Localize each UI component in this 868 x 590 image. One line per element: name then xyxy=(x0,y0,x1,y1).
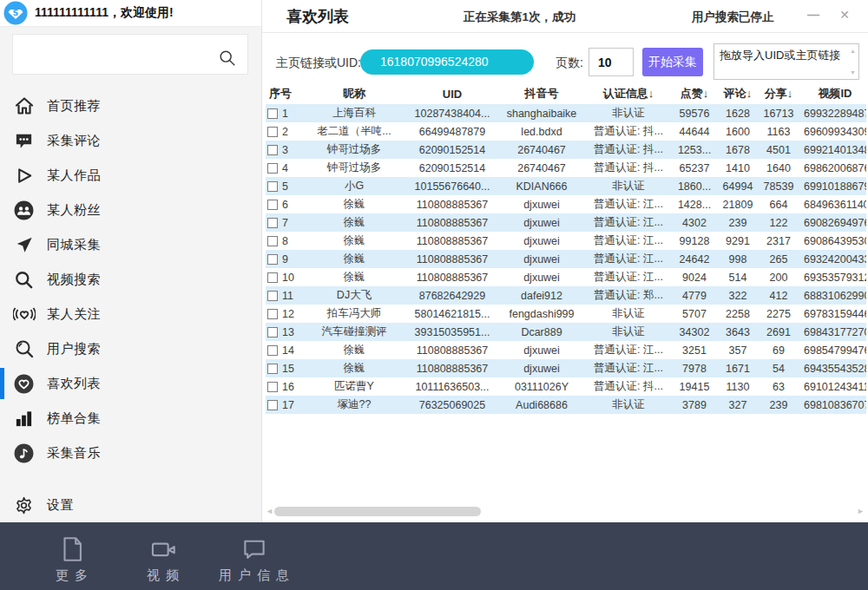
camera-icon xyxy=(148,534,178,564)
row-checkbox[interactable] xyxy=(267,309,278,319)
cell-douyin_id: djxuwei xyxy=(498,235,585,247)
cell-likes: 1428... xyxy=(672,199,717,211)
start-collect-button[interactable]: 开始采集 xyxy=(642,48,703,76)
cell-seq-text: 15 xyxy=(282,363,294,375)
cell-comments: 239 xyxy=(717,217,759,229)
row-checkbox[interactable] xyxy=(267,364,278,374)
sidebar-item-10[interactable]: 采集音乐 xyxy=(0,436,261,470)
cell-shares: 1640 xyxy=(759,162,799,174)
search-input[interactable] xyxy=(13,35,247,74)
scrollbar-thumb[interactable] xyxy=(274,507,481,516)
cell-cert: 非认证 xyxy=(585,106,672,121)
user-search-icon xyxy=(12,338,36,361)
sidebar-item-8[interactable]: 喜欢列表 xyxy=(0,366,261,401)
cell-shares: 54 xyxy=(759,363,799,375)
column-header-4[interactable]: 认证信息↓ xyxy=(585,86,672,102)
table-row[interactable]: 16匹诺曹Y10111636503...03111026Y普通认证: 抖...1… xyxy=(266,377,866,396)
cell-nickname: 塚迪?? xyxy=(302,397,406,412)
table-row[interactable]: 17塚迪??76325069025Audi68686非认证37893272396… xyxy=(266,396,866,414)
row-checkbox[interactable] xyxy=(267,218,278,228)
cell-seq: 11 xyxy=(266,290,302,302)
table-row[interactable]: 4钟哥过场多6209015251426740467普通认证: 抖...65237… xyxy=(266,159,866,177)
table-row[interactable]: 13汽车碰撞测评39315035951...Dcar889非认证34302364… xyxy=(266,323,866,341)
sidebar-item-4[interactable]: 同城采集 xyxy=(0,227,261,262)
row-checkbox[interactable] xyxy=(267,200,278,210)
sidebar-item-7[interactable]: 用户搜索 xyxy=(0,331,261,366)
main-header: 喜欢列表 正在采集第1次，成功 用户搜索已停止 — ✕ xyxy=(262,0,868,33)
sidebar-item-settings[interactable]: 设置 xyxy=(0,488,261,522)
table-row[interactable]: 11DJ大飞87682642929dafei912普通认证: 郑...47793… xyxy=(266,286,866,305)
search-icon[interactable] xyxy=(218,49,237,68)
cell-comments: 2258 xyxy=(717,308,759,320)
cell-douyin_id: 26740467 xyxy=(498,162,585,174)
table-row[interactable]: 7徐巍110808885367djxuwei普通认证: 江...43022391… xyxy=(266,213,866,232)
scroll-right-icon[interactable]: ► xyxy=(857,508,865,515)
cell-comments: 1600 xyxy=(717,126,759,138)
row-checkbox[interactable] xyxy=(267,254,278,265)
sidebar-item-0[interactable]: 首页推荐 xyxy=(0,88,261,123)
cell-likes: 1253... xyxy=(672,144,717,156)
uid-input[interactable]: 1618070996524280 xyxy=(360,49,534,75)
sidebar-item-2[interactable]: 某人作品 xyxy=(0,158,261,193)
row-checkbox[interactable] xyxy=(267,108,278,119)
row-checkbox[interactable] xyxy=(267,291,278,301)
sidebar-item-3[interactable]: 某人粉丝 xyxy=(0,193,261,227)
row-checkbox[interactable] xyxy=(267,400,278,410)
cell-uid: 110808885367 xyxy=(406,272,498,284)
cell-seq: 15 xyxy=(266,363,302,375)
cell-seq-text: 3 xyxy=(282,144,288,156)
bottombar-item-2[interactable]: 用户信息 xyxy=(208,534,299,584)
table-row[interactable]: 10徐巍110808885367djxuwei普通认证: 江...9024514… xyxy=(266,268,866,286)
sidebar-item-5[interactable]: 视频搜索 xyxy=(0,262,261,297)
sidebar-item-1[interactable]: 采集评论 xyxy=(0,123,261,158)
cell-comments: 327 xyxy=(717,399,759,411)
cell-video_id: 69783159446. xyxy=(799,308,866,320)
row-checkbox[interactable] xyxy=(267,181,278,192)
cell-comments: 1410 xyxy=(717,162,759,174)
table-row[interactable]: 6徐巍110808885367djxuwei普通认证: 江...1428...2… xyxy=(266,195,866,213)
table-row[interactable]: 1上海百科10287438404...shanghaibaike非认证59576… xyxy=(266,104,866,122)
sidebar-nav: 首页推荐采集评论某人作品某人粉丝同城采集视频搜索某人关注用户搜索喜欢列表榜单合集… xyxy=(0,88,261,522)
cell-nickname: 钟哥过场多 xyxy=(302,161,406,175)
column-header-6[interactable]: 评论↓ xyxy=(717,86,759,102)
row-checkbox[interactable] xyxy=(267,236,278,246)
table-row[interactable]: 8徐巍110808885367djxuwei普通认证: 江...99128929… xyxy=(266,232,866,250)
sidebar-item-label: 采集音乐 xyxy=(47,445,101,462)
collect-status-text: 正在采集第1次，成功 xyxy=(464,10,575,25)
table-row[interactable]: 2老二道（半吨...66499487879led.bdxd普通认证: 抖...4… xyxy=(266,122,866,141)
row-checkbox[interactable] xyxy=(267,145,278,155)
scroll-up-icon[interactable]: ▲ xyxy=(850,48,856,54)
close-button[interactable]: ✕ xyxy=(833,5,856,24)
heart-circle-icon xyxy=(12,372,36,396)
scroll-left-icon[interactable]: ◄ xyxy=(266,508,273,515)
row-checkbox[interactable] xyxy=(267,127,278,137)
drag-drop-import-zone[interactable]: 拖放导入UID或主页链接 ▲▼ xyxy=(713,43,859,80)
cell-comments: 3643 xyxy=(717,326,759,338)
table-row[interactable]: 9徐巍110808885367djxuwei普通认证: 江...24642998… xyxy=(266,250,866,268)
row-checkbox[interactable] xyxy=(267,382,278,392)
table-row[interactable]: 5小G10155676640...KDIAN666非认证1860...64994… xyxy=(266,177,866,195)
pages-input[interactable] xyxy=(589,48,634,76)
bottombar-item-1[interactable]: 视频 xyxy=(117,534,208,584)
table-row[interactable]: 12拍车冯大师58014621815...fengdashi999非认证5707… xyxy=(266,305,866,323)
minimize-button[interactable]: — xyxy=(802,5,825,24)
cell-seq: 4 xyxy=(266,162,302,174)
column-header-5[interactable]: 点赞↓ xyxy=(672,86,717,102)
row-checkbox[interactable] xyxy=(267,345,278,356)
cell-cert: 普通认证: 抖... xyxy=(585,124,672,139)
cell-likes: 19415 xyxy=(672,381,717,393)
sidebar-item-9[interactable]: 榜单合集 xyxy=(0,401,261,436)
cell-comments: 514 xyxy=(717,272,759,284)
scroll-down-icon[interactable]: ▼ xyxy=(850,69,856,75)
cell-seq-text: 5 xyxy=(282,180,288,193)
column-header-7[interactable]: 分享↓ xyxy=(759,86,799,102)
row-checkbox[interactable] xyxy=(267,163,278,174)
bottombar-item-0[interactable]: 更多 xyxy=(26,534,117,584)
table-row[interactable]: 3钟哥过场多6209015251426740467普通认证: 抖...1253.… xyxy=(266,141,866,159)
row-checkbox[interactable] xyxy=(267,327,278,338)
sidebar-item-6[interactable]: 某人关注 xyxy=(0,297,261,331)
table-row[interactable]: 14徐巍110808885367djxuwei普通认证: 江...3251357… xyxy=(266,341,866,359)
row-checkbox[interactable] xyxy=(267,272,278,283)
table-row[interactable]: 15徐巍110808885367djxuwei普通认证: 江...7978167… xyxy=(266,359,866,377)
cell-seq-text: 13 xyxy=(282,326,294,338)
